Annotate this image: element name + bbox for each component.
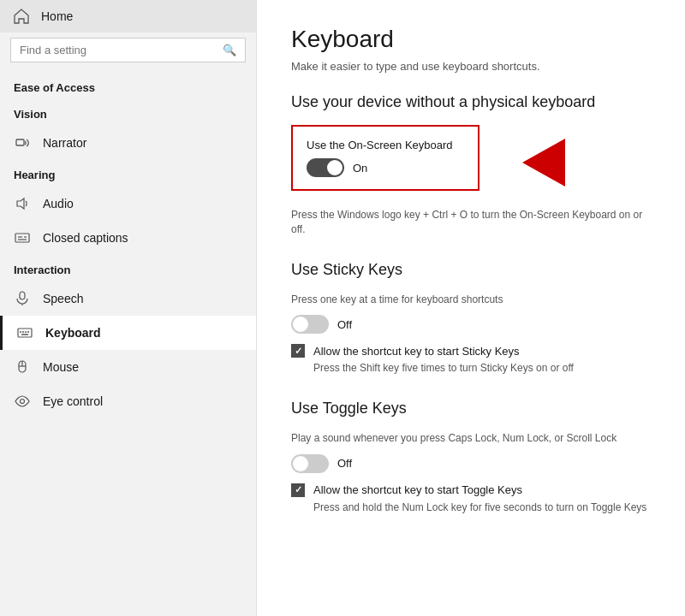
toggle-keys-toggle[interactable] <box>291 454 329 473</box>
sticky-keys-checkbox-row[interactable]: Allow the shortcut key to start Sticky K… <box>291 344 651 358</box>
sidebar-item-home[interactable]: Home <box>0 0 256 33</box>
sidebar-item-eye-control[interactable]: Eye control <box>0 384 256 418</box>
sidebar-item-speech[interactable]: Speech <box>0 281 256 316</box>
sidebar: Home 🔍 Ease of Access Vision Narrator He… <box>0 0 257 616</box>
keyboard-label: Keyboard <box>45 326 101 340</box>
sidebar-section-hearing: Hearing <box>0 160 256 187</box>
osk-section-title: Use your device without a physical keybo… <box>291 93 651 111</box>
page-subtitle: Make it easier to type and use keyboard … <box>291 60 651 73</box>
eye-control-label: Eye control <box>43 394 103 408</box>
svg-rect-8 <box>18 329 32 337</box>
osk-row: Use the On-Screen Keyboard On <box>291 125 651 199</box>
home-icon <box>14 9 29 24</box>
sticky-keys-section: Use Sticky Keys Press one key at a time … <box>291 261 651 376</box>
toggle-keys-description: Play a sound whenever you press Caps Loc… <box>291 431 651 446</box>
sidebar-item-keyboard[interactable]: Keyboard <box>0 316 256 350</box>
sticky-keys-checkbox-label: Allow the shortcut key to start Sticky K… <box>313 345 520 358</box>
sticky-keys-toggle-row: Off <box>291 315 651 334</box>
sticky-keys-description: Press one key at a time for keyboard sho… <box>291 293 651 307</box>
osk-box-label: Use the On-Screen Keyboard <box>307 139 464 151</box>
sidebar-item-audio[interactable]: Audio <box>0 187 256 221</box>
sidebar-section-vision: Vision <box>0 99 256 126</box>
speech-label: Speech <box>43 292 83 305</box>
mouse-label: Mouse <box>43 360 79 374</box>
narrator-label: Narrator <box>43 136 86 150</box>
toggle-keys-hint: Press and hold the Num Lock key for five… <box>313 500 651 515</box>
svg-rect-2 <box>15 234 29 242</box>
toggle-keys-title: Use Toggle Keys <box>291 400 651 418</box>
sidebar-item-closed-captions[interactable]: Closed captions <box>0 221 256 255</box>
osk-box: Use the On-Screen Keyboard On <box>291 125 480 191</box>
osk-hint: Press the Windows logo key + Ctrl + O to… <box>291 208 651 237</box>
toggle-keys-checkbox[interactable] <box>291 483 305 497</box>
osk-toggle[interactable] <box>307 158 344 177</box>
home-label: Home <box>41 9 73 23</box>
svg-rect-6 <box>20 292 25 299</box>
sidebar-item-mouse[interactable]: Mouse <box>0 350 256 384</box>
sticky-keys-hint: Press the Shift key five times to turn S… <box>313 361 651 376</box>
captions-icon <box>14 229 31 246</box>
narrator-icon <box>14 134 31 151</box>
main-content: Keyboard Make it easier to type and use … <box>257 0 685 616</box>
osk-toggle-row: On <box>307 158 464 177</box>
search-icon: 🔍 <box>223 44 236 56</box>
toggle-keys-toggle-row: Off <box>291 454 651 473</box>
speech-icon <box>14 290 31 307</box>
svg-rect-0 <box>16 139 24 145</box>
audio-icon <box>14 195 31 212</box>
audio-label: Audio <box>43 197 74 210</box>
sidebar-section-interaction: Interaction <box>0 255 256 281</box>
page-title: Keyboard <box>291 26 651 53</box>
sticky-keys-title: Use Sticky Keys <box>291 261 651 279</box>
toggle-keys-checkbox-row[interactable]: Allow the shortcut key to start Toggle K… <box>291 483 651 497</box>
toggle-keys-section: Use Toggle Keys Play a sound whenever yo… <box>291 400 651 515</box>
sticky-keys-checkbox[interactable] <box>291 344 305 358</box>
search-box[interactable]: 🔍 <box>10 38 246 62</box>
red-arrow <box>522 139 565 187</box>
sidebar-item-narrator[interactable]: Narrator <box>0 126 256 160</box>
sticky-keys-toggle[interactable] <box>291 315 329 334</box>
toggle-keys-checkbox-label: Allow the shortcut key to start Toggle K… <box>313 483 522 496</box>
osk-toggle-label: On <box>353 162 367 175</box>
sticky-keys-toggle-label: Off <box>337 318 352 331</box>
svg-point-17 <box>21 400 25 404</box>
captions-label: Closed captions <box>43 231 128 245</box>
eye-icon <box>14 393 31 410</box>
mouse-icon <box>14 358 31 376</box>
ease-of-access-label: Ease of Access <box>0 73 256 99</box>
osk-section: Use your device without a physical keybo… <box>291 93 651 237</box>
toggle-keys-toggle-label: Off <box>337 457 352 470</box>
search-input[interactable] <box>20 44 216 56</box>
svg-marker-1 <box>17 198 24 209</box>
keyboard-icon <box>16 324 33 341</box>
